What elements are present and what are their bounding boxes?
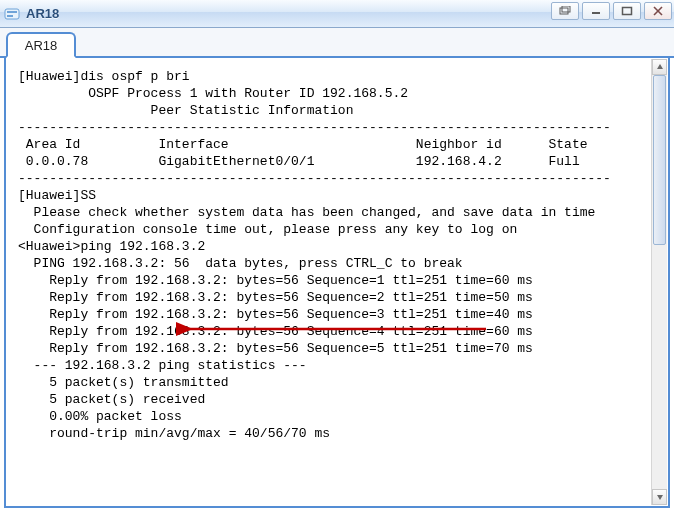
terminal-line: Area Id Interface Neighbor id State: [18, 136, 656, 153]
terminal-line: Configuration console time out, please p…: [18, 221, 656, 238]
terminal-line: <Huawei>ping 192.168.3.2: [18, 238, 656, 255]
svg-rect-2: [7, 15, 13, 17]
svg-rect-6: [623, 8, 632, 15]
terminal-line: Reply from 192.168.3.2: bytes=56 Sequenc…: [18, 340, 656, 357]
svg-marker-9: [657, 64, 663, 69]
svg-rect-3: [560, 8, 568, 14]
scroll-track[interactable]: [652, 75, 667, 489]
title-bar: AR18: [0, 0, 674, 28]
terminal-output[interactable]: [Huawei]dis ospf p bri OSPF Process 1 wi…: [6, 58, 668, 506]
window-title: AR18: [26, 6, 59, 21]
svg-marker-10: [657, 495, 663, 500]
scroll-up-button[interactable]: [652, 59, 667, 75]
vertical-scrollbar[interactable]: [651, 59, 667, 505]
tab-label: AR18: [25, 38, 58, 53]
scroll-down-button[interactable]: [652, 489, 667, 505]
terminal-line: round-trip min/avg/max = 40/56/70 ms: [18, 425, 656, 442]
terminal-line: Peer Statistic Information: [18, 102, 656, 119]
maximize-button[interactable]: [613, 2, 641, 20]
terminal-line: [Huawei]SS: [18, 187, 656, 204]
terminal-line: 5 packet(s) transmitted: [18, 374, 656, 391]
app-icon: [4, 6, 20, 22]
terminal-line: --- 192.168.3.2 ping statistics ---: [18, 357, 656, 374]
svg-rect-4: [562, 6, 570, 12]
scroll-thumb[interactable]: [653, 75, 666, 245]
terminal-line: PING 192.168.3.2: 56 data bytes, press C…: [18, 255, 656, 272]
tab-strip: AR18: [0, 28, 674, 58]
svg-rect-0: [5, 9, 19, 19]
terminal-line: ----------------------------------------…: [18, 119, 656, 136]
terminal-line: Reply from 192.168.3.2: bytes=56 Sequenc…: [18, 289, 656, 306]
close-button[interactable]: [644, 2, 672, 20]
tab-ar18[interactable]: AR18: [6, 32, 76, 58]
terminal-line: [Huawei]dis ospf p bri: [18, 68, 656, 85]
terminal-line: Reply from 192.168.3.2: bytes=56 Sequenc…: [18, 323, 656, 340]
terminal-line: Reply from 192.168.3.2: bytes=56 Sequenc…: [18, 272, 656, 289]
window-controls: [551, 2, 672, 20]
terminal-line: ----------------------------------------…: [18, 170, 656, 187]
terminal-panel: [Huawei]dis ospf p bri OSPF Process 1 wi…: [4, 58, 670, 508]
terminal-line: 5 packet(s) received: [18, 391, 656, 408]
terminal-line: Please check whether system data has bee…: [18, 204, 656, 221]
restore-button[interactable]: [551, 2, 579, 20]
terminal-line: 0.00% packet loss: [18, 408, 656, 425]
terminal-line: OSPF Process 1 with Router ID 192.168.5.…: [18, 85, 656, 102]
svg-rect-1: [7, 11, 17, 13]
terminal-line: Reply from 192.168.3.2: bytes=56 Sequenc…: [18, 306, 656, 323]
minimize-button[interactable]: [582, 2, 610, 20]
terminal-line: 0.0.0.78 GigabitEthernet0/0/1 192.168.4.…: [18, 153, 656, 170]
